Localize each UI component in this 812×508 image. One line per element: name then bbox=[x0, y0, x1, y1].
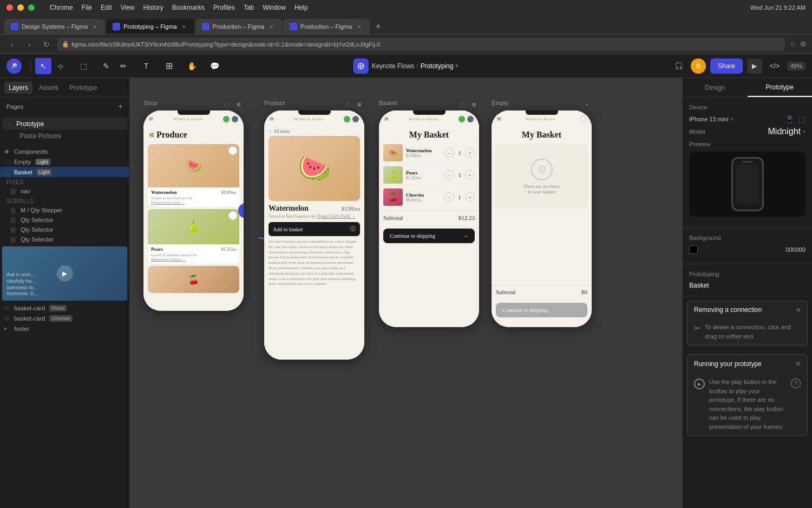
menu-help[interactable]: Help bbox=[294, 4, 308, 11]
tab-close-1[interactable]: × bbox=[180, 23, 188, 30]
tab-prototype[interactable]: Prototype bbox=[65, 82, 101, 94]
menu-history[interactable]: History bbox=[143, 4, 163, 11]
product-back-link[interactable]: ← All aisles bbox=[264, 128, 364, 136]
tab-close-0[interactable]: × bbox=[91, 23, 99, 30]
frame-shop[interactable]: ≡ WORLD PEAS 👤 🌿 bbox=[143, 110, 244, 311]
extension-icon[interactable]: ⚙ bbox=[800, 40, 807, 48]
layer-m-qty-stepper[interactable]: ||| M / Qty Stepper bbox=[0, 205, 129, 215]
menu-view[interactable]: View bbox=[121, 4, 135, 11]
background-color-value[interactable]: 000000 bbox=[785, 246, 806, 253]
pears-farm-link[interactable]: Rasmussen's Ranch → bbox=[151, 257, 186, 262]
tab-close-3[interactable]: × bbox=[356, 23, 363, 30]
frame-product-action-1[interactable]: ⬚ bbox=[343, 100, 352, 109]
watermelon-farm-link[interactable]: Dylan Field's Field → bbox=[151, 200, 185, 205]
shop-card-pears[interactable]: 🍐 ♡ Pears $1.25/ea Grown in Sonoma Count… bbox=[148, 209, 239, 264]
frame-product-action-2[interactable]: ⊞ bbox=[355, 100, 364, 109]
zoom-level[interactable]: 49% bbox=[787, 62, 806, 70]
product-farm-link[interactable]: Dylan Field's Field → bbox=[317, 214, 356, 219]
background-color-swatch[interactable] bbox=[689, 245, 698, 254]
layer-empty[interactable]: ⬚ Empty Light bbox=[0, 157, 129, 167]
pears-favorite-btn[interactable]: ♡ bbox=[228, 211, 237, 220]
frame-shop-action-1[interactable]: ⬚ bbox=[222, 100, 232, 109]
present-btn[interactable]: ▶ bbox=[747, 58, 762, 74]
menu-bookmarks[interactable]: Bookmarks bbox=[172, 4, 205, 11]
add-page-btn[interactable]: + bbox=[118, 102, 123, 112]
menu-tab[interactable]: Tab bbox=[244, 4, 254, 11]
mac-maximize-btn[interactable] bbox=[28, 4, 35, 11]
breadcrumb-page[interactable]: Prototyping bbox=[421, 62, 454, 70]
menu-edit[interactable]: Edit bbox=[101, 4, 112, 11]
shop-card-watermelon[interactable]: 🍉 ♡ Watermelon $3.99/ea Grown in San Fra… bbox=[148, 144, 239, 207]
address-bar[interactable]: 🔒 figma.com/file/zSKdmxlUkTSiY6cmNz8llo/… bbox=[57, 38, 785, 51]
basket-continue-btn[interactable]: Continue to shipping → bbox=[383, 229, 475, 243]
running-help-icon[interactable]: ? bbox=[791, 379, 801, 388]
layer-nav[interactable]: ||| nav bbox=[0, 186, 129, 196]
browser-tab-2[interactable]: Production – Figma × bbox=[195, 19, 282, 34]
dev-mode-btn[interactable]: </> bbox=[767, 58, 783, 74]
pages-section-header[interactable]: Pages + bbox=[0, 97, 129, 116]
frame-basket-action-2[interactable]: ⊞ bbox=[469, 100, 479, 109]
refresh-btn[interactable]: ↻ bbox=[40, 38, 53, 51]
rp-device-model-value[interactable]: iPhone 13 mini ▾ bbox=[689, 116, 734, 122]
pears-minus-btn[interactable]: - bbox=[444, 170, 454, 180]
select-tool[interactable]: ↖ bbox=[35, 58, 51, 74]
cherries-plus-btn[interactable]: + bbox=[465, 192, 475, 202]
frame-empty-action-close[interactable]: × bbox=[582, 100, 592, 109]
comment-tool[interactable]: 💬 bbox=[206, 58, 222, 74]
frame-empty[interactable]: ≡ WORLD PEAS My Basket ☮ Th bbox=[492, 110, 592, 327]
empty-continue-btn[interactable]: Continue to shipping → bbox=[496, 303, 587, 317]
scale-tool[interactable]: ⊹ bbox=[53, 58, 69, 74]
removing-close-btn[interactable]: × bbox=[796, 305, 801, 314]
menu-window[interactable]: Window bbox=[263, 4, 286, 11]
running-close-btn[interactable]: × bbox=[796, 359, 801, 369]
layer-basket[interactable]: ⬚ Basket Light bbox=[0, 167, 129, 177]
layer-qty-selector-2[interactable]: ||| Qty Selector bbox=[0, 225, 129, 235]
tab-prototype[interactable]: Prototype bbox=[748, 78, 813, 97]
bookmark-icon[interactable]: ☆ bbox=[789, 40, 796, 48]
cherries-minus-btn[interactable]: - bbox=[444, 192, 454, 202]
layer-basket-card-cherries[interactable]: ◇ basket-card Cherries bbox=[0, 313, 129, 323]
tab-layers[interactable]: Layers bbox=[4, 82, 32, 94]
tab-close-2[interactable]: × bbox=[268, 23, 276, 30]
text-tool[interactable]: T bbox=[138, 58, 154, 74]
browser-tab-3[interactable]: Production – Figma × bbox=[283, 19, 370, 34]
browser-tab-0[interactable]: Design Systems – Figma × bbox=[4, 19, 105, 34]
frame-basket-action-1[interactable]: ⬚ bbox=[457, 100, 467, 109]
watermelon-minus-btn[interactable]: - bbox=[444, 148, 454, 158]
frame-shop-action-2[interactable]: ⊞ bbox=[234, 100, 244, 109]
headphone-icon[interactable]: 🎧 bbox=[671, 58, 686, 74]
layer-footer[interactable]: ▸ footer bbox=[0, 323, 129, 334]
tablet-icon[interactable]: ⬚ bbox=[798, 115, 806, 123]
watermelon-plus-btn[interactable]: + bbox=[465, 148, 475, 158]
layer-qty-selector-3[interactable]: ||| Qty Selector bbox=[0, 235, 129, 244]
back-btn[interactable]: ‹ bbox=[5, 38, 18, 51]
add-to-basket-btn[interactable]: Add to basket ⓘ bbox=[269, 222, 360, 236]
user-avatar[interactable]: D bbox=[691, 58, 706, 74]
frame-basket[interactable]: ≡ WORLD PEAS 👤 My Basket bbox=[379, 110, 479, 327]
phone-icon[interactable]: 📱 bbox=[785, 115, 794, 123]
layer-basket-card-pears[interactable]: ◇ basket-card Pears bbox=[0, 303, 129, 313]
rp-model-dropdown[interactable]: Midnight ▾ bbox=[768, 127, 806, 136]
mac-close-btn[interactable] bbox=[6, 4, 13, 11]
breadcrumb-chevron[interactable]: ▾ bbox=[455, 62, 459, 69]
browser-tab-1[interactable]: Prototyping – Figma × bbox=[106, 19, 194, 34]
frame-tool[interactable]: ⬚ bbox=[75, 58, 91, 74]
pears-plus-btn[interactable]: + bbox=[465, 170, 475, 180]
page-pasta-pictures[interactable]: Pasta Pictures bbox=[2, 130, 127, 142]
pen-tool[interactable]: ✎ bbox=[98, 58, 114, 74]
layer-components[interactable]: ◆ Components bbox=[0, 146, 129, 157]
menu-profiles[interactable]: Profiles bbox=[213, 4, 235, 11]
shop-favorite-btn[interactable]: ♡ bbox=[228, 146, 237, 155]
new-tab-btn[interactable]: + bbox=[371, 19, 386, 34]
page-prototype[interactable]: ✓ Prototype bbox=[2, 118, 127, 130]
hand-tool[interactable]: ✋ bbox=[184, 58, 200, 74]
layer-qty-selector-1[interactable]: ||| Qty Selector bbox=[0, 215, 129, 225]
pencil-tool[interactable]: ✏ bbox=[115, 58, 132, 74]
component-tool[interactable]: ⊞ bbox=[161, 58, 177, 74]
share-button[interactable]: Share bbox=[710, 58, 743, 74]
shop-card-more[interactable]: 🍒 bbox=[148, 266, 239, 293]
frame-product[interactable]: ≡ WORLD PEAS 👤 ← All aisles bbox=[264, 110, 364, 360]
forward-btn[interactable]: › bbox=[23, 38, 36, 51]
figma-menu-btn[interactable] bbox=[6, 58, 22, 74]
menu-chrome[interactable]: Chrome bbox=[50, 4, 73, 11]
